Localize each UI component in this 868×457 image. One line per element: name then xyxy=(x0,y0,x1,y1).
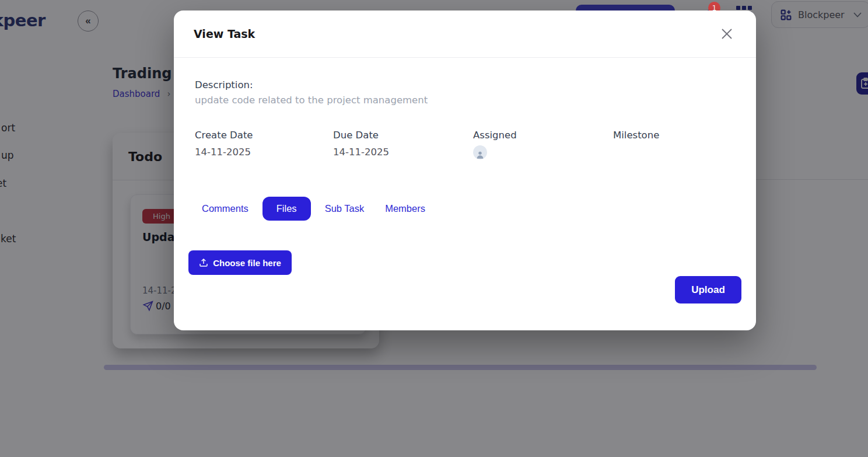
description-value: update code related to the project manag… xyxy=(195,95,428,106)
tab-members[interactable]: Members xyxy=(378,197,432,220)
modal-close-button[interactable] xyxy=(718,25,736,43)
field-milestone: Milestone xyxy=(613,130,659,146)
due-date-value: 14-11-2025 xyxy=(333,146,389,158)
view-task-modal: View Task Description: update code relat… xyxy=(174,11,756,330)
create-date-label: Create Date xyxy=(195,130,253,141)
choose-file-button[interactable]: Choose file here xyxy=(188,250,292,275)
upload-button[interactable]: Upload xyxy=(675,276,741,303)
close-icon xyxy=(720,27,734,41)
person-icon xyxy=(475,150,485,159)
tab-files[interactable]: Files xyxy=(262,197,311,221)
due-date-label: Due Date xyxy=(333,130,389,141)
assigned-label: Assigned xyxy=(473,130,517,141)
description-block: Description: update code related to the … xyxy=(195,79,428,106)
tab-comments[interactable]: Comments xyxy=(195,197,256,220)
assigned-avatar[interactable] xyxy=(473,145,487,159)
field-due-date: Due Date 14-11-2025 xyxy=(333,130,389,158)
tab-sub-task[interactable]: Sub Task xyxy=(318,197,372,220)
upload-icon xyxy=(199,258,208,267)
modal-tabs: Comments Files Sub Task Members xyxy=(195,197,432,221)
field-create-date: Create Date 14-11-2025 xyxy=(195,130,253,158)
field-assigned: Assigned xyxy=(473,130,517,159)
app-root: ckpeer « i Getting Started 1 Blockpeer T… xyxy=(0,0,868,457)
modal-header: View Task xyxy=(174,11,756,58)
description-label: Description: xyxy=(195,79,428,90)
choose-file-label: Choose file here xyxy=(213,258,281,268)
milestone-label: Milestone xyxy=(613,130,659,141)
modal-title: View Task xyxy=(194,27,255,40)
create-date-value: 14-11-2025 xyxy=(195,146,253,158)
